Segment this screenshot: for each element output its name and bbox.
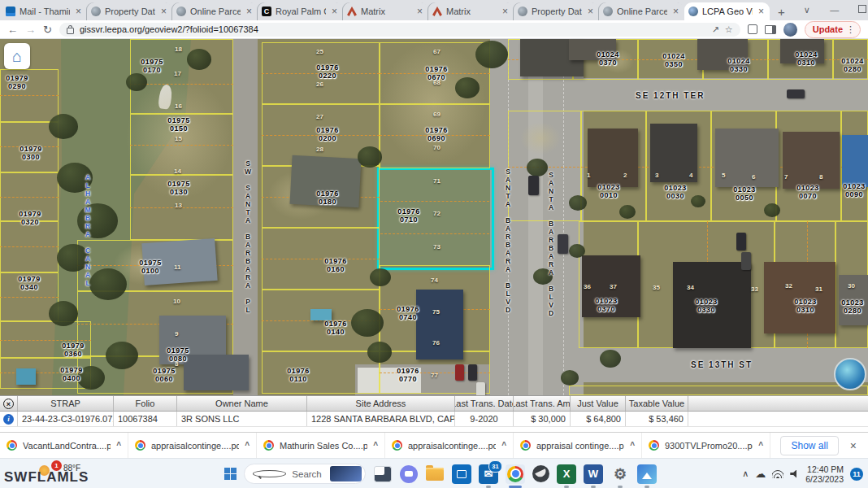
- download-caret-icon[interactable]: ^: [245, 441, 250, 450]
- download-caret-icon[interactable]: ^: [373, 441, 378, 450]
- url-text[interactable]: gissvr.leepa.org/geoview2/?folioid=10067…: [80, 24, 258, 34]
- share-icon[interactable]: ↗: [712, 24, 719, 35]
- tab-title: Property Data: [105, 7, 155, 16]
- photos-icon[interactable]: [637, 464, 657, 484]
- tab-online-parcel-2[interactable]: Online Parcel ×: [599, 2, 684, 20]
- tab-property-data-2[interactable]: Property Data ×: [514, 2, 599, 20]
- download-filename: Mathurin Sales Co....pdf: [280, 441, 367, 451]
- profile-avatar[interactable]: [783, 23, 797, 37]
- clock[interactable]: 12:40 PM 6/23/2023: [805, 464, 844, 484]
- wifi-icon[interactable]: [772, 470, 783, 478]
- file-explorer-icon[interactable]: [425, 464, 445, 484]
- windows-start-button[interactable]: [224, 468, 237, 480]
- tab-close-icon[interactable]: ×: [245, 6, 254, 17]
- task-view-icon[interactable]: [373, 464, 393, 484]
- matrix-icon: [432, 7, 442, 16]
- download-item[interactable]: Mathurin Sales Co....pdf ^: [257, 433, 385, 458]
- letter-c-icon: [262, 7, 271, 16]
- cell-just-value: $ 64,800: [571, 412, 626, 426]
- tab-close-icon[interactable]: ×: [74, 6, 83, 17]
- onedrive-cloud-icon[interactable]: ☁: [755, 468, 766, 480]
- tab-matrix-2[interactable]: Matrix ×: [428, 2, 514, 20]
- side-panel-icon[interactable]: [765, 25, 776, 34]
- row-info-cell: i: [0, 412, 18, 426]
- tray-chevron-icon[interactable]: ∧: [742, 468, 749, 479]
- taskbar-search[interactable]: Search: [244, 464, 366, 484]
- home-widget-icon[interactable]: ⌂: [4, 43, 30, 69]
- download-item[interactable]: 9300TVLPromo20....pdf ^: [642, 433, 770, 458]
- teams-chat-icon[interactable]: [400, 465, 418, 483]
- tab-close-icon[interactable]: ×: [415, 6, 424, 17]
- tab-title: LCPA Geo Vie: [702, 7, 753, 16]
- downloads-bar-right: Show all ×: [780, 436, 868, 455]
- download-item[interactable]: VacantLandContra....pdf ^: [0, 433, 128, 458]
- col-last-trans-date: Last Trans. Date: [455, 396, 514, 411]
- table-close-cell: ×: [0, 396, 18, 411]
- new-tab-button[interactable]: +: [770, 5, 793, 20]
- chrome-app-icon[interactable]: [506, 464, 525, 484]
- back-button[interactable]: ←: [7, 24, 18, 36]
- download-caret-icon[interactable]: ^: [758, 441, 763, 450]
- highlighted-parcel[interactable]: [377, 168, 494, 270]
- extensions-icon[interactable]: [748, 24, 757, 34]
- tab-close-icon[interactable]: ×: [501, 6, 510, 17]
- tab-close-icon[interactable]: ×: [586, 6, 595, 17]
- download-caret-icon[interactable]: ^: [116, 441, 121, 450]
- maximize-button[interactable]: [848, 0, 868, 20]
- download-filename: VacantLandContra....pdf: [23, 441, 111, 451]
- close-table-icon[interactable]: ×: [3, 399, 14, 409]
- windows-taskbar: 1 88°F SWFLAMLS Search ✉31 X W ⚙ ∧ ☁ 12:…: [0, 458, 868, 488]
- tab-property-data-1[interactable]: Property Data ×: [87, 2, 172, 20]
- cell-strap: 23-44-23-C3-01976.0710: [18, 412, 114, 426]
- tab-title: Matrix: [361, 7, 411, 16]
- tab-matrix-1[interactable]: Matrix ×: [343, 2, 428, 20]
- row-filler: [688, 412, 868, 426]
- tab-mail[interactable]: Mail - Thamin ×: [2, 2, 87, 20]
- compass-icon[interactable]: [834, 358, 866, 390]
- pdf-file-icon: [263, 440, 274, 451]
- chrome-update-button[interactable]: Update ⋮: [805, 21, 861, 38]
- date: 6/23/2023: [805, 474, 844, 484]
- browser-tab-strip: Mail - Thamin × Property Data × Online P…: [0, 0, 868, 20]
- tab-online-parcel-1[interactable]: Online Parcel ×: [172, 2, 258, 20]
- folder-glyph: [426, 468, 444, 481]
- minimize-button[interactable]: —: [821, 0, 848, 20]
- download-caret-icon[interactable]: ^: [630, 441, 635, 450]
- snagit-icon[interactable]: [532, 465, 549, 482]
- volume-icon[interactable]: [790, 470, 799, 478]
- settings-icon[interactable]: ⚙: [610, 464, 630, 484]
- show-all-button[interactable]: Show all: [780, 436, 838, 455]
- tab-close-icon[interactable]: ×: [671, 6, 680, 17]
- table-row[interactable]: i 23-44-23-C3-01976.0710 10067384 3R SON…: [0, 412, 868, 427]
- pdf-file-icon: [135, 440, 145, 451]
- downloads-close-icon[interactable]: ×: [850, 439, 857, 452]
- tab-royal-palm[interactable]: Royal Palm Co ×: [258, 2, 343, 20]
- notification-count-badge[interactable]: 11: [850, 468, 863, 481]
- matrix-icon: [347, 7, 357, 16]
- download-item[interactable]: appraisalcontinge....pdf ^: [385, 433, 514, 458]
- reload-button[interactable]: ↻: [43, 24, 52, 36]
- address-bar[interactable]: gissvr.leepa.org/geoview2/?folioid=10067…: [59, 23, 740, 37]
- tab-close-icon[interactable]: ×: [330, 6, 339, 17]
- info-icon[interactable]: i: [3, 414, 14, 425]
- canal-water: [49, 39, 195, 395]
- word-icon[interactable]: W: [584, 464, 603, 484]
- cell-taxable-value: $ 53,460: [626, 412, 688, 426]
- tab-lcpa-geo-view-active[interactable]: LCPA Geo Vie ×: [684, 2, 770, 20]
- microsoft-store-icon[interactable]: [452, 464, 471, 484]
- tab-title: Royal Palm Co: [276, 7, 326, 16]
- download-caret-icon[interactable]: ^: [501, 441, 506, 450]
- excel-icon[interactable]: X: [557, 464, 576, 484]
- menu-kebab-icon[interactable]: ⋮: [846, 24, 855, 35]
- download-item[interactable]: appraisalcontinge....pdf ^: [128, 433, 257, 458]
- col-strap: STRAP: [18, 396, 114, 411]
- mail-count-badge: 31: [488, 460, 502, 473]
- forward-button[interactable]: →: [25, 24, 36, 36]
- outlook-app-icon[interactable]: ✉31: [479, 464, 498, 484]
- tab-close-icon[interactable]: ×: [159, 6, 168, 17]
- tab-search-chevron-icon[interactable]: ∨: [793, 0, 821, 20]
- tab-title: Online Parcel: [617, 7, 667, 16]
- tab-close-icon[interactable]: ×: [757, 6, 766, 17]
- download-item[interactable]: appraisal continge....pdf ^: [514, 433, 642, 458]
- bookmark-star-icon[interactable]: ☆: [725, 24, 733, 35]
